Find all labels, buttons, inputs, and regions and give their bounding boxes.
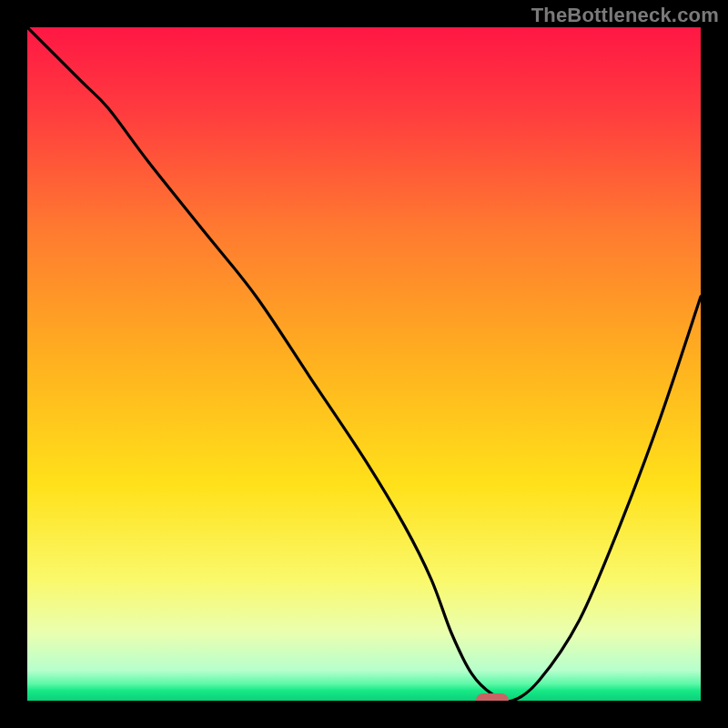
optimum-marker <box>476 693 509 701</box>
chart-frame: TheBottleneck.com <box>0 0 728 728</box>
bottleneck-curve <box>27 27 701 701</box>
watermark-text: TheBottleneck.com <box>531 4 719 27</box>
plot-area <box>27 27 701 701</box>
